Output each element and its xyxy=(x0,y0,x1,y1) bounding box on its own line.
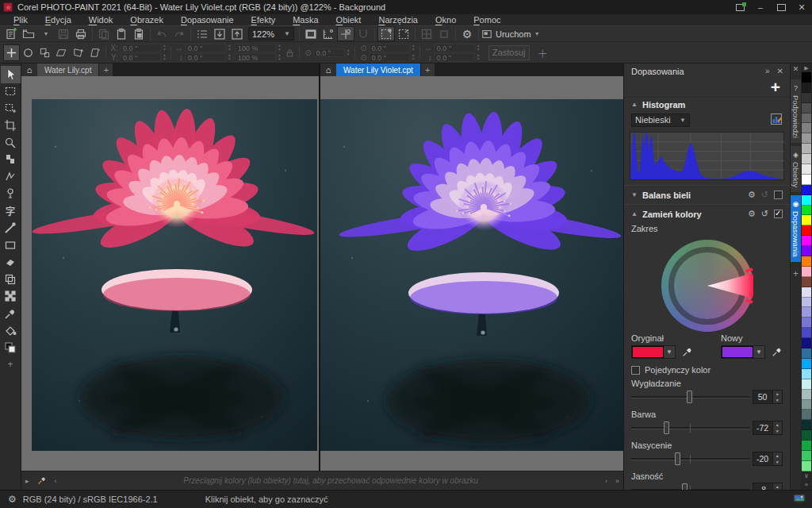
menu-maska[interactable]: Maska xyxy=(284,14,327,25)
red-eye-removal-tool[interactable] xyxy=(1,186,21,203)
docker-close-icon[interactable]: ✕ xyxy=(777,67,783,75)
paste-icon[interactable] xyxy=(113,26,130,41)
rectangle-mask-tool[interactable] xyxy=(1,83,21,101)
white-balance-section-header[interactable]: ▼Balans bieli ⚙ ↺ xyxy=(624,188,790,202)
rectangle-tool[interactable] xyxy=(1,237,21,254)
menu-narzędzia[interactable]: Narzędzia xyxy=(370,14,427,25)
add-tool-icon[interactable]: + xyxy=(1,356,21,374)
angle-field[interactable]: 0.0 ° xyxy=(313,48,345,57)
palette-swatch[interactable] xyxy=(802,298,811,308)
photo-violet-water-lily[interactable] xyxy=(320,99,623,451)
palette-swatch[interactable] xyxy=(802,195,811,206)
restore-button[interactable] xyxy=(771,0,791,14)
palette-swatch[interactable] xyxy=(802,267,811,277)
palette-expand-icon[interactable]: » xyxy=(802,480,811,489)
canvas-right[interactable] xyxy=(320,76,623,471)
print-icon[interactable] xyxy=(72,26,90,41)
menu-edycja[interactable]: Edycja xyxy=(36,14,80,25)
histogram-section-header[interactable]: ▲Histogram xyxy=(624,98,790,111)
color-wheel[interactable] xyxy=(661,240,753,332)
apply-button[interactable]: Zastosuj xyxy=(488,45,530,60)
palette-swatch[interactable] xyxy=(802,400,811,410)
close-button[interactable]: ✕ xyxy=(791,0,812,14)
white-balance-options-icon[interactable]: ⚙ xyxy=(748,190,756,200)
palette-swatch[interactable] xyxy=(802,175,811,185)
palette-swatch[interactable] xyxy=(802,318,811,328)
histogram-edit-icon[interactable] xyxy=(770,113,783,127)
rulers-icon[interactable] xyxy=(320,26,337,41)
palette-swatch[interactable] xyxy=(802,154,811,164)
single-color-checkbox[interactable] xyxy=(631,366,640,375)
slider-0-track[interactable] xyxy=(631,388,749,406)
palette-swatch[interactable] xyxy=(802,256,811,267)
slider-0-value[interactable]: 50 xyxy=(753,390,773,404)
slider-1-spinner[interactable]: ▲▼ xyxy=(773,421,783,435)
object-marquee-icon[interactable] xyxy=(395,26,412,41)
palette-swatch[interactable] xyxy=(802,93,811,103)
home-tab-icon[interactable]: ⌂ xyxy=(320,64,336,76)
menu-dopasowanie[interactable]: Dopasowanie xyxy=(172,14,243,25)
fill-tool[interactable] xyxy=(1,322,21,340)
replace-colors-reset-icon[interactable]: ↺ xyxy=(761,209,768,219)
menu-widok[interactable]: Widok xyxy=(80,14,122,25)
image-sprayer-tool[interactable] xyxy=(1,288,21,306)
palette-swatch[interactable] xyxy=(802,430,811,441)
distort-mode-icon[interactable] xyxy=(70,44,86,61)
white-balance-checkbox[interactable] xyxy=(774,190,783,199)
palette-swatch[interactable] xyxy=(802,420,811,430)
slider-0-spinner[interactable]: ▲▼ xyxy=(773,390,783,404)
slider-2-track[interactable] xyxy=(631,450,749,468)
docker-add-icon[interactable]: + xyxy=(793,268,799,279)
pos-x-field[interactable]: 0.0 " xyxy=(120,44,161,52)
palette-top-flyout-icon[interactable]: ▶ xyxy=(802,64,811,72)
new-image-icon[interactable] xyxy=(2,26,20,41)
slider-1-value[interactable]: -72 xyxy=(753,421,773,435)
palette-swatch[interactable] xyxy=(802,114,811,124)
docker-tab-obiekty[interactable]: ◈Obiekty xyxy=(791,146,802,192)
palette-swatch[interactable] xyxy=(802,338,811,348)
palette-scroll-right-icon[interactable]: › xyxy=(601,477,611,485)
replace-colors-section-header[interactable]: ▲Zamień kolory ⚙ ↺ xyxy=(624,207,790,221)
slider-2-value[interactable]: -20 xyxy=(753,452,773,466)
menu-pomoc[interactable]: Pomoc xyxy=(465,14,509,25)
palette-scroll-end-icon[interactable]: » xyxy=(611,477,623,485)
palette-swatch[interactable] xyxy=(802,441,811,451)
original-color-picker[interactable]: ▼ xyxy=(631,345,676,359)
palette-swatch[interactable] xyxy=(802,379,811,390)
position-mode-icon[interactable] xyxy=(3,44,20,61)
palette-swatch[interactable] xyxy=(802,359,811,369)
menu-obrazek[interactable]: Obrazek xyxy=(121,14,172,25)
home-tab-icon[interactable]: ⌂ xyxy=(21,64,37,76)
slider-2-handle[interactable] xyxy=(675,452,680,465)
zoom-tool[interactable] xyxy=(1,134,21,152)
palette-swatch[interactable] xyxy=(802,451,811,461)
document-tab-active[interactable]: Water Lily Violet.cpt xyxy=(336,64,420,76)
options-gear-icon[interactable]: ⚙ xyxy=(458,26,476,41)
slider-1-handle[interactable] xyxy=(664,421,669,434)
mask-marquee-icon[interactable] xyxy=(377,26,395,41)
new-document-tab-icon[interactable]: + xyxy=(421,64,435,76)
palette-swatch[interactable] xyxy=(802,348,811,359)
palette-scroll-down-icon[interactable]: ∨ xyxy=(802,471,811,480)
status-settings-icon[interactable]: ⚙ xyxy=(8,494,17,505)
menu-okno[interactable]: Okno xyxy=(427,14,465,25)
paste-special-icon[interactable] xyxy=(130,26,147,41)
color-control[interactable] xyxy=(1,339,21,356)
color-wheel-selection[interactable] xyxy=(661,240,753,332)
persp-x-field[interactable]: 0.0 " xyxy=(434,44,475,52)
persp-y-field[interactable]: 0.0 " xyxy=(434,53,475,62)
palette-swatch[interactable] xyxy=(802,83,811,93)
palette-swatch[interactable] xyxy=(802,410,811,420)
palette-scroll-left-icon[interactable]: ‹ xyxy=(51,477,61,485)
palette-swatch[interactable] xyxy=(802,133,811,144)
palette-swatch[interactable] xyxy=(802,390,811,400)
palette-swatch[interactable] xyxy=(802,328,811,338)
proof-colors-icon[interactable] xyxy=(793,494,806,506)
size-h-field[interactable]: 0.0 " xyxy=(185,53,226,62)
palette-swatch[interactable] xyxy=(802,215,811,225)
object-transparency-tool[interactable] xyxy=(1,271,21,288)
palette-swatch[interactable] xyxy=(802,123,811,133)
palette-swatch[interactable] xyxy=(802,164,811,175)
palette-swatch[interactable] xyxy=(802,103,811,114)
menu-plik[interactable]: Plik xyxy=(5,14,36,25)
